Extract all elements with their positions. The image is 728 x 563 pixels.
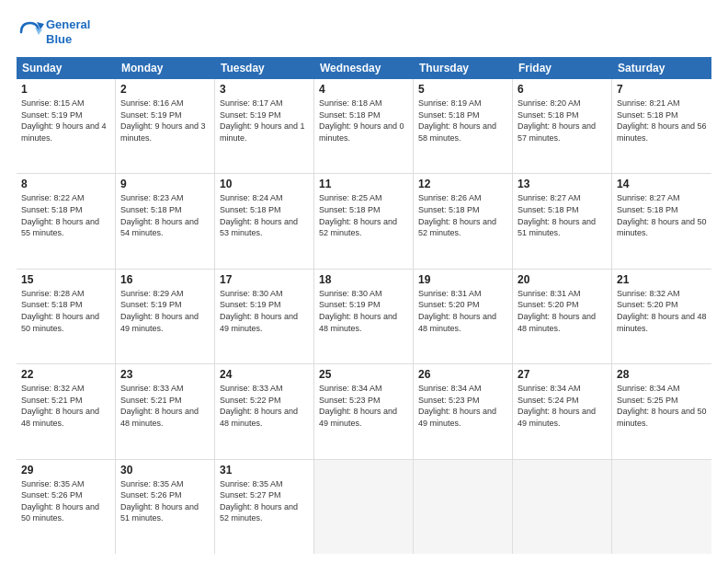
- day-cell-11: 11 Sunrise: 8:25 AM Sunset: 5:18 PM Dayl…: [314, 174, 414, 268]
- day-number: 25: [319, 368, 408, 381]
- day-number: 14: [617, 178, 707, 190]
- day-number: 27: [518, 368, 607, 381]
- day-cell-13: 13 Sunrise: 8:27 AM Sunset: 5:18 PM Dayl…: [513, 174, 612, 268]
- day-number: 22: [21, 368, 110, 381]
- day-info: Sunrise: 8:27 AM Sunset: 5:18 PM Dayligh…: [617, 192, 707, 238]
- day-cell-3: 3 Sunrise: 8:17 AM Sunset: 5:19 PM Dayli…: [215, 79, 314, 173]
- calendar-week-3: 15 Sunrise: 8:28 AM Sunset: 5:18 PM Dayl…: [17, 270, 711, 364]
- header-day-monday: Monday: [116, 57, 215, 79]
- day-number: 23: [120, 368, 210, 381]
- day-number: 31: [220, 464, 309, 477]
- day-info: Sunrise: 8:26 AM Sunset: 5:18 PM Dayligh…: [418, 192, 507, 238]
- day-cell-1: 1 Sunrise: 8:15 AM Sunset: 5:19 PM Dayli…: [17, 79, 116, 173]
- day-number: 16: [120, 273, 210, 286]
- day-cell-7: 7 Sunrise: 8:21 AM Sunset: 5:18 PM Dayli…: [612, 79, 711, 173]
- day-cell-17: 17 Sunrise: 8:30 AM Sunset: 5:19 PM Dayl…: [215, 270, 314, 363]
- day-number: 19: [418, 273, 507, 286]
- day-number: 26: [418, 368, 507, 381]
- day-info: Sunrise: 8:15 AM Sunset: 5:19 PM Dayligh…: [21, 98, 110, 144]
- day-info: Sunrise: 8:33 AM Sunset: 5:22 PM Dayligh…: [220, 383, 309, 429]
- day-cell-6: 6 Sunrise: 8:20 AM Sunset: 5:18 PM Dayli…: [513, 79, 612, 173]
- day-cell-23: 23 Sunrise: 8:33 AM Sunset: 5:21 PM Dayl…: [116, 364, 215, 458]
- day-number: 30: [120, 464, 210, 477]
- day-number: 24: [220, 368, 309, 381]
- day-info: Sunrise: 8:21 AM Sunset: 5:18 PM Dayligh…: [617, 98, 707, 144]
- day-number: 1: [21, 83, 110, 96]
- logo-line2: Blue: [46, 32, 90, 47]
- day-cell-19: 19 Sunrise: 8:31 AM Sunset: 5:20 PM Dayl…: [414, 270, 513, 363]
- day-number: 28: [617, 368, 707, 381]
- day-info: Sunrise: 8:34 AM Sunset: 5:24 PM Dayligh…: [518, 383, 607, 429]
- empty-cell: [414, 460, 513, 554]
- day-info: Sunrise: 8:18 AM Sunset: 5:18 PM Dayligh…: [319, 98, 408, 144]
- day-info: Sunrise: 8:34 AM Sunset: 5:23 PM Dayligh…: [319, 383, 408, 429]
- day-info: Sunrise: 8:22 AM Sunset: 5:18 PM Dayligh…: [21, 192, 110, 238]
- day-info: Sunrise: 8:28 AM Sunset: 5:18 PM Dayligh…: [21, 288, 110, 334]
- day-cell-22: 22 Sunrise: 8:32 AM Sunset: 5:21 PM Dayl…: [17, 364, 116, 458]
- day-number: 9: [120, 178, 210, 190]
- day-info: Sunrise: 8:19 AM Sunset: 5:18 PM Dayligh…: [418, 98, 507, 144]
- day-info: Sunrise: 8:35 AM Sunset: 5:26 PM Dayligh…: [120, 478, 210, 524]
- empty-cell: [314, 460, 414, 554]
- day-number: 18: [319, 273, 408, 286]
- empty-cell: [612, 460, 711, 554]
- day-number: 20: [518, 273, 607, 286]
- calendar-week-4: 22 Sunrise: 8:32 AM Sunset: 5:21 PM Dayl…: [17, 364, 711, 459]
- day-number: 10: [220, 178, 309, 190]
- calendar-week-5: 29 Sunrise: 8:35 AM Sunset: 5:26 PM Dayl…: [17, 460, 711, 554]
- day-info: Sunrise: 8:32 AM Sunset: 5:20 PM Dayligh…: [617, 288, 707, 334]
- header-day-wednesday: Wednesday: [314, 57, 414, 79]
- day-info: Sunrise: 8:35 AM Sunset: 5:27 PM Dayligh…: [220, 478, 309, 524]
- day-number: 17: [220, 273, 309, 286]
- header-day-sunday: Sunday: [17, 57, 116, 79]
- day-info: Sunrise: 8:31 AM Sunset: 5:20 PM Dayligh…: [518, 288, 607, 334]
- logo-line1: General: [46, 17, 90, 32]
- day-number: 3: [220, 83, 309, 96]
- calendar-body: 1 Sunrise: 8:15 AM Sunset: 5:19 PM Dayli…: [17, 79, 711, 554]
- logo: General Blue: [17, 17, 90, 48]
- day-cell-10: 10 Sunrise: 8:24 AM Sunset: 5:18 PM Dayl…: [215, 174, 314, 268]
- header-day-saturday: Saturday: [612, 57, 711, 79]
- day-number: 29: [21, 464, 110, 477]
- day-info: Sunrise: 8:23 AM Sunset: 5:18 PM Dayligh…: [120, 192, 210, 238]
- day-number: 7: [617, 83, 707, 96]
- day-cell-24: 24 Sunrise: 8:33 AM Sunset: 5:22 PM Dayl…: [215, 364, 314, 458]
- day-cell-20: 20 Sunrise: 8:31 AM Sunset: 5:20 PM Dayl…: [513, 270, 612, 363]
- header: General Blue: [17, 17, 711, 48]
- page: General Blue SundayMondayTuesdayWednesda…: [0, 0, 728, 563]
- logo-graphic: [17, 17, 44, 48]
- day-info: Sunrise: 8:24 AM Sunset: 5:18 PM Dayligh…: [220, 192, 309, 238]
- day-info: Sunrise: 8:27 AM Sunset: 5:18 PM Dayligh…: [518, 192, 607, 238]
- calendar-header: SundayMondayTuesdayWednesdayThursdayFrid…: [17, 57, 711, 79]
- calendar-week-1: 1 Sunrise: 8:15 AM Sunset: 5:19 PM Dayli…: [17, 79, 711, 174]
- logo-text-block: General Blue: [46, 17, 90, 46]
- day-cell-14: 14 Sunrise: 8:27 AM Sunset: 5:18 PM Dayl…: [612, 174, 711, 268]
- calendar: SundayMondayTuesdayWednesdayThursdayFrid…: [17, 57, 711, 554]
- day-info: Sunrise: 8:34 AM Sunset: 5:23 PM Dayligh…: [418, 383, 507, 429]
- day-number: 12: [418, 178, 507, 190]
- day-number: 11: [319, 178, 408, 190]
- day-cell-9: 9 Sunrise: 8:23 AM Sunset: 5:18 PM Dayli…: [116, 174, 215, 268]
- day-cell-29: 29 Sunrise: 8:35 AM Sunset: 5:26 PM Dayl…: [17, 460, 116, 554]
- day-info: Sunrise: 8:30 AM Sunset: 5:19 PM Dayligh…: [319, 288, 408, 334]
- header-day-tuesday: Tuesday: [215, 57, 314, 79]
- day-info: Sunrise: 8:17 AM Sunset: 5:19 PM Dayligh…: [220, 98, 309, 144]
- day-info: Sunrise: 8:31 AM Sunset: 5:20 PM Dayligh…: [418, 288, 507, 334]
- day-info: Sunrise: 8:32 AM Sunset: 5:21 PM Dayligh…: [21, 383, 110, 429]
- day-info: Sunrise: 8:33 AM Sunset: 5:21 PM Dayligh…: [120, 383, 210, 429]
- day-cell-12: 12 Sunrise: 8:26 AM Sunset: 5:18 PM Dayl…: [414, 174, 513, 268]
- day-info: Sunrise: 8:34 AM Sunset: 5:25 PM Dayligh…: [617, 383, 707, 429]
- day-info: Sunrise: 8:25 AM Sunset: 5:18 PM Dayligh…: [319, 192, 408, 238]
- day-number: 4: [319, 83, 408, 96]
- day-number: 21: [617, 273, 707, 286]
- day-info: Sunrise: 8:20 AM Sunset: 5:18 PM Dayligh…: [518, 98, 607, 144]
- day-cell-2: 2 Sunrise: 8:16 AM Sunset: 5:19 PM Dayli…: [116, 79, 215, 173]
- day-info: Sunrise: 8:35 AM Sunset: 5:26 PM Dayligh…: [21, 478, 110, 524]
- day-number: 15: [21, 273, 110, 286]
- day-info: Sunrise: 8:29 AM Sunset: 5:19 PM Dayligh…: [120, 288, 210, 334]
- calendar-week-2: 8 Sunrise: 8:22 AM Sunset: 5:18 PM Dayli…: [17, 174, 711, 269]
- day-cell-28: 28 Sunrise: 8:34 AM Sunset: 5:25 PM Dayl…: [612, 364, 711, 458]
- day-number: 2: [120, 83, 210, 96]
- day-cell-30: 30 Sunrise: 8:35 AM Sunset: 5:26 PM Dayl…: [116, 460, 215, 554]
- day-cell-31: 31 Sunrise: 8:35 AM Sunset: 5:27 PM Dayl…: [215, 460, 314, 554]
